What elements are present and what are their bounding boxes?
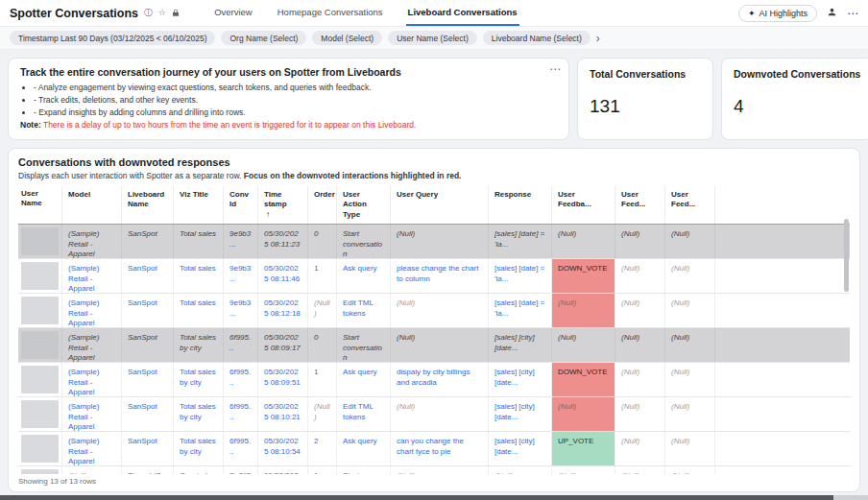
cell-user-feedback[interactable]: DOWN_VOTE [552, 259, 615, 293]
cell-liveboard-name[interactable]: ThoughtSpot Revenue [122, 466, 174, 474]
cell-liveboard-name[interactable]: SanSpot [122, 225, 174, 258]
cell-timestamp[interactable]: 05/30/2025 08:12:18 [258, 294, 308, 327]
cell-user-feedback-3[interactable]: (Null) [665, 363, 715, 396]
vertical-scrollbar[interactable] [844, 219, 849, 292]
column-header[interactable]: User Query [391, 186, 489, 224]
more-menu-button[interactable]: ⋯ [847, 7, 858, 20]
cell-user-feedback[interactable]: UP_VOTE [552, 432, 615, 465]
ai-highlights-button[interactable]: ✦ AI Highlights [738, 5, 817, 22]
cell-user-feedback-2[interactable]: (Null) [615, 328, 665, 362]
cell-response[interactable]: [sales] [city] [date... [489, 432, 552, 465]
cell-liveboard-name[interactable]: SanSpot [122, 397, 174, 431]
chevron-right-icon[interactable]: › [596, 33, 600, 44]
cell-user-feedback-3[interactable]: (Null) [665, 225, 715, 258]
column-header[interactable]: User Feed... [665, 186, 715, 224]
cell-user-query[interactable]: (Null) [391, 397, 489, 431]
cell-conv-id[interactable]: Ee3fO... [224, 466, 258, 474]
cell-viz-title[interactable]: Total sales [174, 225, 224, 258]
cell-conv-id[interactable]: 6f995... [224, 397, 258, 431]
tab-homepage-conversations[interactable]: Homepage Conversations [276, 0, 385, 26]
cell-user-name[interactable] [18, 432, 62, 465]
info-card-more-button[interactable]: ⋯ [549, 62, 561, 76]
cell-user-feedback[interactable]: (Null) [552, 225, 615, 258]
cell-order[interactable]: (Null) [308, 294, 337, 327]
column-header[interactable]: Viz Title [174, 186, 224, 224]
cell-user-name[interactable] [18, 259, 62, 293]
table-row[interactable]: (Sample) Retail - ApparelSanSpotTotal sa… [18, 397, 850, 432]
table-row[interactable]: (Sample) Retail - ApparelSanSpotTotal sa… [18, 225, 850, 259]
cell-user-action-type[interactable]: Ask query [337, 363, 391, 396]
cell-user-feedback-3[interactable]: (Null) [665, 328, 715, 362]
cell-user-feedback-3[interactable]: (Null) [665, 397, 715, 431]
cell-model[interactable]: (Sample) Retail - Apparel [62, 294, 122, 327]
cell-order[interactable]: 2 [308, 432, 337, 465]
cell-user-query[interactable]: please change the chart to column [391, 259, 489, 293]
table-row[interactable]: (Null)ThoughtSpot RevenueQuarterly Reven… [18, 466, 850, 474]
cell-order[interactable]: 1 [308, 259, 337, 293]
tab-overview[interactable]: Overview [212, 0, 254, 26]
filter-pill[interactable]: Timestamp Last 90 Days (03/12/2025 < 06/… [10, 31, 215, 45]
cell-user-name[interactable] [18, 294, 62, 327]
cell-viz-title[interactable]: Total sales by city [174, 328, 224, 362]
cell-liveboard-name[interactable]: SanSpot [122, 432, 174, 465]
cell-user-feedback[interactable]: (Null) [552, 294, 615, 327]
cell-user-query[interactable]: (Null) [391, 294, 489, 327]
cell-user-query[interactable]: (Null) [391, 225, 489, 258]
cell-model[interactable]: (Sample) Retail - Apparel [62, 432, 122, 465]
cell-user-name[interactable] [18, 363, 62, 396]
cell-order[interactable]: (Null) [308, 397, 337, 431]
cell-liveboard-name[interactable]: SanSpot [122, 328, 174, 362]
cell-order[interactable]: 0 [308, 328, 337, 362]
cell-user-action-type[interactable]: Edit TML tokens [337, 397, 391, 431]
column-header[interactable]: User Name [18, 186, 62, 224]
star-icon[interactable]: ☆ [158, 9, 166, 17]
cell-user-feedback-3[interactable]: (Null) [665, 259, 715, 293]
cell-user-name[interactable] [18, 328, 62, 362]
cell-liveboard-name[interactable]: SanSpot [122, 259, 174, 293]
cell-viz-title[interactable]: Total sales [174, 259, 224, 293]
cell-viz-title[interactable]: Total sales by city [174, 432, 224, 465]
filter-pill[interactable]: User Name (Select) [388, 31, 477, 45]
cell-liveboard-name[interactable]: SanSpot [122, 363, 174, 396]
cell-user-feedback-2[interactable]: (Null) [615, 225, 665, 258]
tab-liveboard-conversations[interactable]: Liveboard Conversations [406, 0, 519, 26]
cell-user-query[interactable]: dispaly by city billings and arcadia [391, 363, 489, 396]
cell-user-feedback[interactable]: DOWN_VOTE [552, 363, 615, 396]
cell-response[interactable]: [sales] [city] [date... [489, 397, 552, 431]
column-header[interactable]: Time stamp↑ [258, 186, 308, 224]
cell-model[interactable]: (Null) [62, 466, 122, 474]
column-header[interactable]: Order [308, 186, 337, 224]
cell-user-name[interactable] [18, 225, 62, 258]
cell-user-name[interactable] [18, 466, 62, 474]
column-header[interactable]: Model [62, 186, 122, 224]
cell-model[interactable]: (Sample) Retail - Apparel [62, 363, 122, 396]
cell-model[interactable]: (Sample) Retail - Apparel [62, 259, 122, 293]
info-icon[interactable]: ⓘ [144, 9, 153, 17]
cell-liveboard-name[interactable]: SanSpot [122, 294, 174, 327]
cell-response[interactable]: [sales] [city] [date... [489, 363, 552, 396]
cell-user-feedback-2[interactable]: (Null) [615, 259, 665, 293]
cell-user-action-type[interactable]: Ask query [337, 432, 391, 465]
cell-timestamp[interactable]: 05/30/2025 08:11:46 [258, 259, 308, 293]
cell-user-feedback-2[interactable]: (Null) [615, 363, 665, 396]
cell-user-feedback-3[interactable]: (Null) [665, 432, 715, 465]
table-row[interactable]: (Sample) Retail - ApparelSanSpotTotal sa… [18, 328, 850, 363]
cell-user-query[interactable]: (Null) [391, 328, 489, 362]
cell-user-feedback-2[interactable]: (Null) [615, 294, 665, 327]
column-header[interactable]: Conv Id [224, 186, 258, 224]
cell-user-query[interactable]: (Null) [391, 466, 489, 474]
cell-timestamp[interactable]: 05/30/2025 08:11:23 [258, 225, 308, 258]
cell-model[interactable]: (Sample) Retail - Apparel [62, 397, 122, 431]
cell-viz-title[interactable]: Quarterly Revenue [174, 466, 224, 474]
filter-pill[interactable]: Liveboard Name (Select) [483, 31, 591, 45]
cell-viz-title[interactable]: Total sales by city [174, 397, 224, 431]
cell-response[interactable]: [sales] [date] = 'la... [489, 294, 552, 327]
cell-response[interactable]: [sales] [date] = 'la... [489, 225, 552, 258]
table-row[interactable]: (Sample) Retail - ApparelSanSpotTotal sa… [18, 432, 850, 466]
cell-user-name[interactable] [18, 397, 62, 431]
cell-response[interactable]: [sales] [city] [date... [489, 328, 552, 362]
column-header[interactable]: Liveboard Name [122, 186, 174, 224]
share-button[interactable] [827, 7, 837, 20]
column-header[interactable]: Response [489, 186, 552, 224]
cell-timestamp[interactable]: 05/22/2025 18:55:24 [258, 466, 308, 474]
